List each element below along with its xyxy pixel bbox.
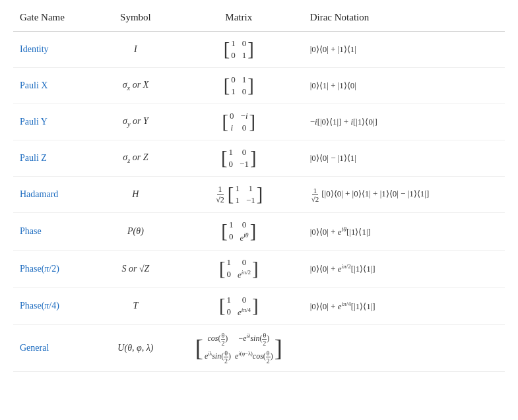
row-phase-pi2: Phase(π/2) S or √Z [ 10 0eiπ/2 ] |0⟩⟨0| … [13, 251, 505, 287]
symbol-pauli-y: σy or Y [97, 104, 174, 140]
row-pauli-z: Pauli Z σz or Z [ 10 0−1 ] |0⟩⟨0| − |1⟩⟨… [13, 140, 505, 177]
gate-name-pauli-x: Pauli X [13, 68, 97, 104]
row-hadamard: Hadamard H 1 √2 [ 11 1−1 ] [13, 177, 505, 213]
header-dirac: Dirac Notation [304, 7, 505, 32]
matrix-general: [ cos(θ2) −eiλsin(θ2) eiλsin(θ2) ei(φ−λ)… [174, 324, 304, 371]
gate-name-phase-pi4: Phase(π/4) [13, 287, 97, 324]
dirac-pauli-y: −i[|0⟩⟨1|] + i[|1⟩⟨0|] [304, 104, 505, 140]
matrix-phase-pi4: [ 10 0eiπ/4 ] [174, 287, 304, 324]
dirac-pauli-x: |0⟩⟨1| + |1⟩⟨0| [304, 68, 505, 104]
header-gate-name: Gate Name [13, 7, 97, 32]
symbol-hadamard: H [97, 177, 174, 213]
dirac-pauli-z: |0⟩⟨0| − |1⟩⟨1| [304, 140, 505, 177]
symbol-phase-pi2: S or √Z [97, 251, 174, 287]
dirac-hadamard: 1 √2 [|0⟩⟨0| + |0⟩⟨1| + |1⟩⟨0| − |1⟩⟨1|] [304, 177, 505, 213]
gate-name-phase: Phase [13, 213, 97, 251]
gate-name-hadamard: Hadamard [13, 177, 97, 213]
symbol-pauli-z: σz or Z [97, 140, 174, 177]
gate-name-general: General [13, 324, 97, 371]
quantum-gates-table: Gate Name Symbol Matrix Dirac Notation I… [13, 7, 505, 372]
matrix-phase-pi2: [ 10 0eiπ/2 ] [174, 251, 304, 287]
row-phase: Phase P(θ) [ 10 0eiθ ] |0⟩⟨0| + eiθ[|1⟩⟨… [13, 213, 505, 251]
gate-name-phase-pi2: Phase(π/2) [13, 251, 97, 287]
symbol-phase-pi4: T [97, 287, 174, 324]
matrix-phase: [ 10 0eiθ ] [174, 213, 304, 251]
dirac-general [304, 324, 505, 371]
matrix-pauli-z: [ 10 0−1 ] [174, 140, 304, 177]
dirac-phase-pi2: |0⟩⟨0| + eiπ/2[|1⟩⟨1|] [304, 251, 505, 287]
symbol-identity: I [97, 32, 174, 68]
symbol-phase: P(θ) [97, 213, 174, 251]
symbol-pauli-x: σx or X [97, 68, 174, 104]
gate-name-pauli-z: Pauli Z [13, 140, 97, 177]
header-symbol: Symbol [97, 7, 174, 32]
matrix-pauli-x: [ 01 10 ] [174, 68, 304, 104]
row-phase-pi4: Phase(π/4) T [ 10 0eiπ/4 ] |0⟩⟨0| + eiπ/… [13, 287, 505, 324]
matrix-hadamard: 1 √2 [ 11 1−1 ] [174, 177, 304, 213]
matrix-identity: [ 10 01 ] [174, 32, 304, 68]
row-general: General U(θ, φ, λ) [ cos(θ2) −eiλsin(θ2)… [13, 324, 505, 371]
row-pauli-x: Pauli X σx or X [ 01 10 ] |0⟩⟨1| + |1⟩⟨0… [13, 68, 505, 104]
matrix-pauli-y: [ 0−i i0 ] [174, 104, 304, 140]
symbol-general: U(θ, φ, λ) [97, 324, 174, 371]
gate-name-pauli-y: Pauli Y [13, 104, 97, 140]
row-identity: Identity I [ 10 01 ] |0⟩⟨0| + |1⟩⟨1| [13, 32, 505, 68]
dirac-phase-pi4: |0⟩⟨0| + eiπ/4[|1⟩⟨1|] [304, 287, 505, 324]
dirac-identity: |0⟩⟨0| + |1⟩⟨1| [304, 32, 505, 68]
header-matrix: Matrix [174, 7, 304, 32]
row-pauli-y: Pauli Y σy or Y [ 0−i i0 ] −i[|0⟩⟨1|] + … [13, 104, 505, 140]
dirac-phase: |0⟩⟨0| + eiθ[|1⟩⟨1|] [304, 213, 505, 251]
gate-name-identity: Identity [13, 32, 97, 68]
